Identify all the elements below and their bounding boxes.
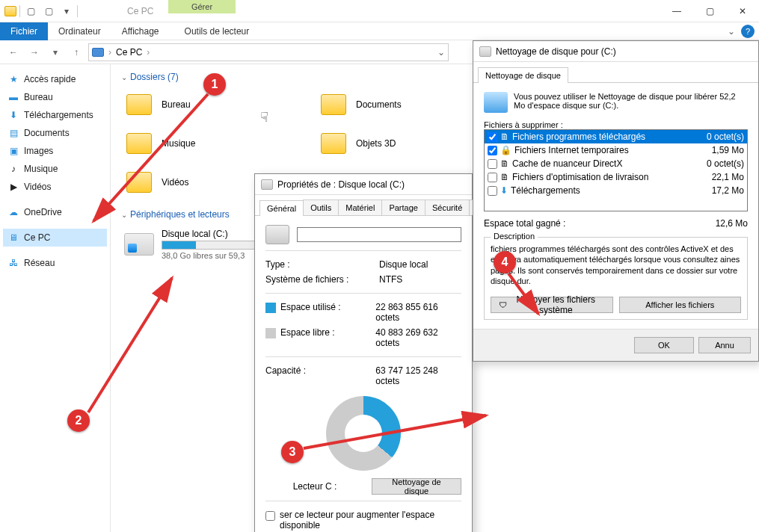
list-item-icon: 🗎 [500, 172, 509, 182]
list-item[interactable]: 🔒Fichiers Internet temporaires1,59 Mo [485, 143, 747, 157]
folder-musique[interactable]: Musique [121, 127, 316, 160]
item-checkbox[interactable] [488, 159, 497, 169]
sidebar-item-label: Ce PC [24, 232, 50, 243]
tab-sharing[interactable]: Partage [381, 200, 425, 215]
sidebar-network[interactable]: 🖧Réseau [3, 254, 107, 272]
folder-label: Musique [162, 138, 195, 149]
nav-back-icon[interactable]: ← [4, 43, 22, 61]
list-item[interactable]: ⬇Téléchargements17,2 Mo [485, 184, 747, 197]
tab-security[interactable]: Sécurité [425, 200, 470, 215]
annotation-badge-3: 3 [281, 441, 304, 463]
annotation-badge-1: 1 [203, 73, 226, 96]
sidebar-documents[interactable]: ▤Documents [3, 124, 107, 142]
type-label: Type : [265, 259, 370, 270]
minimize-button[interactable]: ― [660, 0, 693, 22]
list-item-icon: 🗎 [500, 132, 509, 142]
tab-tools[interactable]: Outils [303, 200, 339, 215]
tab-cleanup[interactable]: Nettoyage de disque [478, 67, 568, 83]
window-title: Ce PC [127, 6, 153, 16]
list-item[interactable]: 🗎Fichiers programmes téléchargés0 octet(… [485, 130, 747, 143]
sidebar-item-label: Vidéos [24, 182, 51, 192]
sidebar-item-label: Accès rapide [24, 74, 76, 84]
used-value: 22 863 855 616 octets [375, 302, 461, 323]
clean-system-files-button[interactable]: 🛡 Nettoyer les fichiers système [491, 297, 613, 313]
list-item[interactable]: 🗎Cache de nuanceur DirectX0 octet(s) [485, 157, 747, 170]
free-value: 40 883 269 632 octets [375, 327, 461, 348]
help-icon[interactable]: ? [741, 25, 755, 38]
used-label: Espace utilisé : [280, 302, 341, 312]
tab-view[interactable]: Affichage [111, 22, 170, 40]
description-title: Description [491, 232, 538, 241]
total-label: Espace total gagné : [484, 218, 707, 229]
qat-properties-icon[interactable]: ▢ [23, 4, 38, 19]
item-checkbox[interactable] [488, 173, 497, 182]
sidebar-videos[interactable]: ▶Vidéos [3, 178, 107, 196]
nav-pane: ★Accès rapide ▬Bureau ⬇Téléchargements ▤… [0, 64, 111, 532]
list-item[interactable]: 🗎Fichiers d'optimisation de livraison22,… [485, 170, 747, 184]
drive-small-icon [261, 179, 273, 190]
item-label: Fichiers d'optimisation de livraison [512, 172, 648, 182]
type-value: Disque local [379, 259, 428, 270]
fs-label: Système de fichiers : [265, 274, 370, 285]
cancel-button[interactable]: Annu [698, 337, 751, 353]
show-files-button[interactable]: Afficher les fichiers [619, 297, 742, 313]
tab-computer[interactable]: Ordinateur [48, 22, 111, 40]
ribbon-tabs: Fichier Ordinateur Affichage Outils de l… [0, 22, 759, 40]
disk-cleanup-button[interactable]: Nettoyage de disque [372, 478, 461, 495]
cleanup-file-list[interactable]: 🗎Fichiers programmes téléchargés0 octet(… [484, 129, 748, 211]
dialog-titlebar[interactable]: Nettoyage de disque pour (C:) [473, 41, 758, 62]
item-checkbox[interactable] [488, 146, 497, 155]
section-label: Périphériques et lecteurs [130, 209, 230, 220]
sidebar-item-label: Documents [24, 128, 70, 138]
maximize-button[interactable]: ▢ [693, 0, 726, 22]
tab-file[interactable]: Fichier [0, 22, 48, 40]
sidebar-quick-access[interactable]: ★Accès rapide [3, 70, 107, 88]
cleanup-icon [479, 46, 491, 57]
fs-value: NTFS [379, 274, 402, 285]
ok-button[interactable]: OK [634, 337, 694, 353]
nav-forward-icon[interactable]: → [25, 43, 43, 61]
cap-value: 63 747 125 248 octets [375, 365, 461, 386]
sidebar-music[interactable]: ♪Musique [3, 160, 107, 178]
breadcrumb-dropdown-icon[interactable]: ⌄ [437, 47, 445, 58]
music-icon: ♪ [7, 163, 19, 175]
item-checkbox[interactable] [488, 186, 497, 196]
ribbon-collapse-icon[interactable]: ⌄ [722, 26, 741, 37]
qat-newfolder-icon[interactable]: ▢ [41, 4, 56, 19]
disk-cleanup-dialog: Nettoyage de disque pour (C:) Nettoyage … [473, 40, 759, 362]
close-button[interactable]: ✕ [726, 0, 759, 22]
drive-usage-bar [162, 241, 259, 250]
sidebar-downloads[interactable]: ⬇Téléchargements [3, 106, 107, 124]
pc-icon [92, 48, 104, 57]
qat-dropdown-icon[interactable]: ▾ [59, 4, 74, 19]
usage-donut [326, 396, 401, 471]
properties-dialog: Propriétés de : Disque local (C:) Généra… [254, 173, 473, 532]
sidebar-desktop[interactable]: ▬Bureau [3, 88, 107, 106]
folder-label: Documents [356, 99, 402, 110]
nav-recent-icon[interactable]: ▾ [46, 43, 64, 61]
sidebar-onedrive[interactable]: ☁OneDrive [3, 203, 107, 221]
desktop-icon: ▬ [7, 91, 19, 103]
sidebar-item-label: OneDrive [24, 207, 62, 217]
annotation-badge-4: 4 [494, 251, 516, 273]
nav-up-icon[interactable]: ↑ [67, 43, 85, 61]
download-icon: ⬇ [7, 109, 19, 121]
compress-checkbox[interactable] [265, 511, 275, 521]
tab-drive-tools[interactable]: Outils de lecteur [174, 22, 260, 40]
video-icon: ▶ [7, 181, 19, 193]
star-icon: ★ [7, 73, 19, 85]
item-label: Téléchargements [511, 185, 580, 196]
drive-name-input[interactable] [297, 227, 461, 242]
cap-label: Capacité : [265, 365, 366, 386]
dialog-titlebar[interactable]: Propriétés de : Disque local (C:) [255, 174, 472, 195]
item-checkbox[interactable] [488, 132, 497, 142]
item-size: 0 octet(s) [707, 132, 744, 142]
sidebar-thispc[interactable]: 🖥Ce PC [3, 229, 107, 247]
dialog-title: Propriétés de : Disque local (C:) [277, 179, 405, 190]
tab-hardware[interactable]: Matériel [338, 200, 382, 215]
tab-general[interactable]: Général [259, 200, 304, 216]
item-size: 17,2 Mo [712, 185, 744, 196]
sidebar-images[interactable]: ▣Images [3, 142, 107, 160]
breadcrumb[interactable]: › Ce PC › ⌄ [88, 43, 449, 61]
folder-label: Objets 3D [356, 138, 396, 149]
